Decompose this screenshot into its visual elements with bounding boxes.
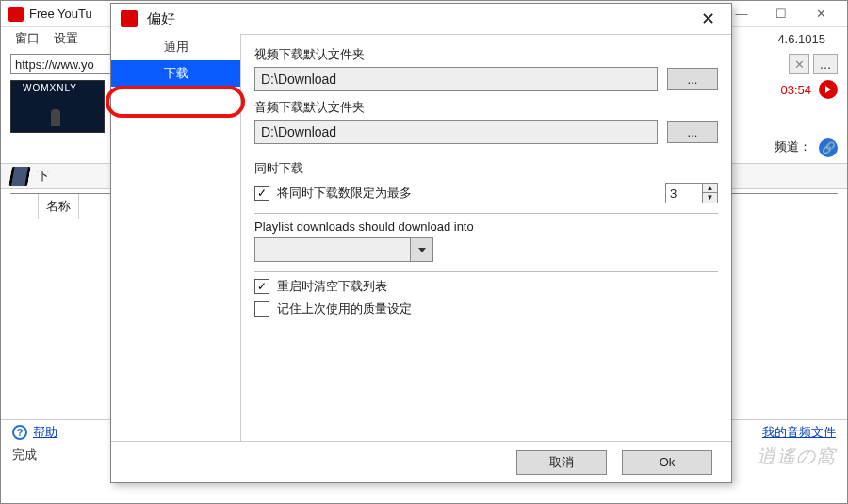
- cancel-button[interactable]: 取消: [516, 450, 607, 475]
- audio-folder-browse-button[interactable]: ...: [667, 121, 718, 143]
- remember-quality-label: 记住上次使用的质量设定: [277, 301, 412, 317]
- clear-on-restart-checkbox[interactable]: [254, 279, 269, 294]
- video-duration: 03:54: [780, 83, 811, 97]
- tab-general[interactable]: 通用: [111, 34, 240, 60]
- preferences-dialog: 偏好 ✕ 通用 下载 视频下载默认文件夹 ... 音频下载默认文件夹 ... 同…: [110, 3, 732, 483]
- menu-window[interactable]: 窗口: [15, 30, 40, 47]
- highlight-annotation: [106, 86, 245, 118]
- limit-checkbox[interactable]: [254, 186, 269, 201]
- film-icon: [8, 167, 31, 186]
- limit-up-button[interactable]: ▲: [703, 184, 717, 193]
- limit-value-input[interactable]: [666, 187, 702, 201]
- video-folder-label: 视频下载默认文件夹: [254, 46, 718, 63]
- channel-label: 频道：: [775, 138, 811, 157]
- playlist-folder-select[interactable]: [254, 237, 433, 262]
- channel-link-icon[interactable]: 🔗: [819, 138, 838, 157]
- playlist-label: Playlist downloads should download into: [254, 219, 718, 234]
- limit-stepper[interactable]: ▲▼: [665, 183, 718, 203]
- my-audio-link[interactable]: 我的音频文件: [762, 424, 836, 441]
- chevron-down-icon[interactable]: [410, 238, 432, 261]
- list-col-name[interactable]: 名称: [39, 194, 79, 219]
- list-col-check[interactable]: [10, 194, 39, 219]
- dialog-close-button[interactable]: ✕: [693, 8, 722, 29]
- remember-quality-checkbox[interactable]: [254, 301, 269, 317]
- version-label: 4.6.1015: [777, 32, 825, 46]
- youtube-icon[interactable]: [819, 80, 838, 99]
- clear-on-restart-label: 重启时清空下载列表: [277, 278, 387, 295]
- limit-down-button[interactable]: ▼: [703, 193, 717, 203]
- close-button[interactable]: ✕: [802, 4, 840, 24]
- ok-button[interactable]: Ok: [622, 450, 712, 475]
- toolbar-download-label[interactable]: 下: [37, 168, 49, 185]
- video-thumbnail[interactable]: [10, 80, 105, 133]
- help-link[interactable]: 帮助: [33, 424, 57, 441]
- video-folder-input[interactable]: [254, 67, 658, 91]
- simultaneous-label: 同时下载: [254, 160, 718, 177]
- app-icon: [8, 7, 24, 22]
- dialog-title: 偏好: [147, 10, 175, 28]
- maximize-button[interactable]: ☐: [762, 4, 800, 24]
- paste-button[interactable]: …: [813, 54, 838, 74]
- video-folder-browse-button[interactable]: ...: [667, 68, 718, 90]
- dialog-app-icon: [121, 10, 138, 27]
- clear-url-button[interactable]: ✕: [789, 54, 809, 74]
- audio-folder-label: 音频下载默认文件夹: [254, 99, 718, 116]
- limit-label: 将同时下载数限定为最多: [277, 185, 412, 202]
- audio-folder-input[interactable]: [254, 120, 658, 144]
- tab-download[interactable]: 下载: [111, 60, 240, 87]
- dialog-content: 视频下载默认文件夹 ... 音频下载默认文件夹 ... 同时下载 将同时下载数限…: [241, 34, 731, 441]
- menu-settings[interactable]: 设置: [54, 30, 78, 47]
- help-icon: ?: [12, 425, 27, 440]
